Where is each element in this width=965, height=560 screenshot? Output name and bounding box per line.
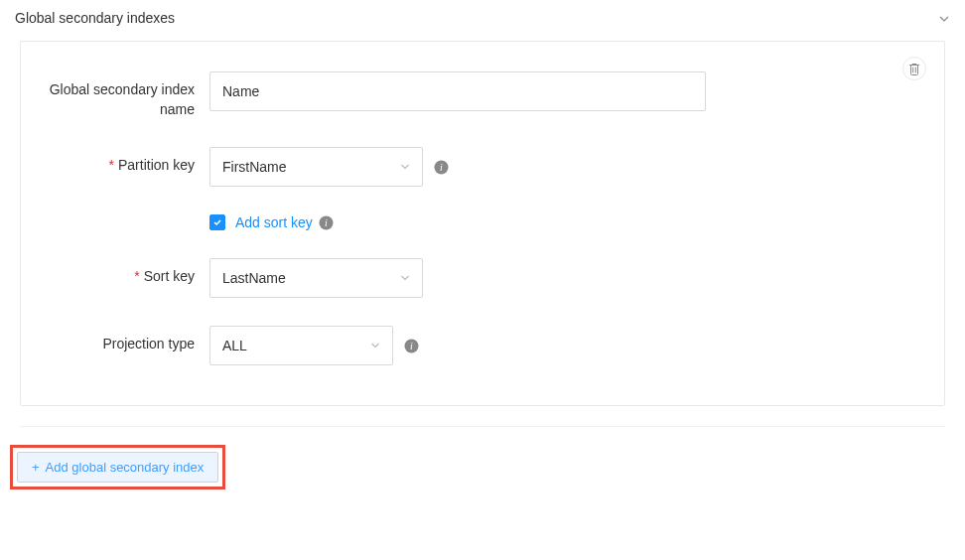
- chevron-down-icon: [370, 338, 380, 353]
- svg-text:i: i: [410, 341, 413, 351]
- index-card: Global secondary index name *Partition k…: [20, 41, 945, 406]
- required-mark: *: [109, 157, 114, 173]
- projection-type-select[interactable]: ALL: [209, 326, 393, 365]
- section-title: Global secondary indexes: [15, 10, 175, 26]
- projection-type-row: Projection type ALL i: [41, 326, 924, 365]
- chevron-down-icon[interactable]: [938, 12, 950, 24]
- divider: [20, 426, 945, 427]
- partition-key-select[interactable]: FirstName: [209, 147, 423, 187]
- plus-icon: +: [32, 460, 40, 475]
- partition-key-label: *Partition key: [41, 147, 209, 176]
- index-name-label: Global secondary index name: [41, 71, 209, 119]
- check-icon: [212, 217, 222, 227]
- svg-text:i: i: [325, 217, 328, 228]
- index-name-row: Global secondary index name: [41, 71, 924, 119]
- sort-key-row: *Sort key LastName: [41, 258, 924, 298]
- partition-key-row: *Partition key FirstName i: [41, 147, 924, 187]
- add-button-highlight: + Add global secondary index: [10, 445, 225, 490]
- info-icon[interactable]: i: [433, 159, 449, 175]
- info-icon[interactable]: i: [403, 338, 419, 353]
- svg-text:i: i: [440, 162, 443, 173]
- sort-key-label: *Sort key: [41, 258, 209, 287]
- add-sort-key-checkbox[interactable]: [209, 214, 225, 230]
- required-mark: *: [134, 268, 139, 284]
- chevron-down-icon: [400, 270, 410, 286]
- info-icon[interactable]: i: [319, 215, 334, 230]
- add-sort-key-label[interactable]: Add sort key: [235, 214, 313, 230]
- trash-icon: [908, 63, 920, 75]
- chevron-down-icon: [400, 159, 410, 175]
- projection-type-label: Projection type: [41, 326, 209, 354]
- index-name-input[interactable]: [209, 71, 706, 111]
- add-global-secondary-index-button[interactable]: + Add global secondary index: [17, 452, 218, 483]
- section-header[interactable]: Global secondary indexes: [0, 0, 965, 36]
- sort-key-select[interactable]: LastName: [209, 258, 423, 298]
- delete-index-button[interactable]: [902, 57, 926, 80]
- add-sort-key-row: Add sort key i: [209, 214, 924, 230]
